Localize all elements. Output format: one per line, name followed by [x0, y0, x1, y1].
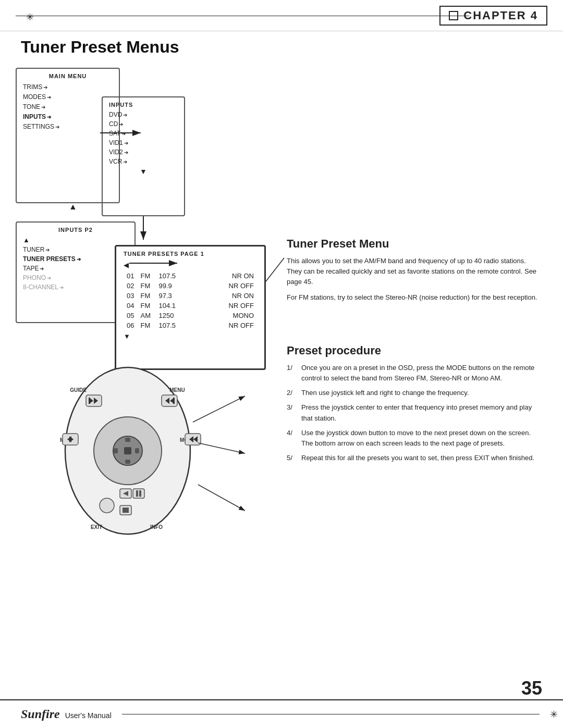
arrow-trims: [43, 84, 47, 90]
page-number: 35: [521, 677, 542, 699]
preset-num: 06: [124, 320, 137, 330]
inputs-item-dvd: DVD: [109, 111, 178, 118]
up-arrow-p2: ▲: [23, 236, 128, 244]
svg-rect-34: [136, 490, 138, 497]
arrow-vid1: [124, 140, 128, 146]
menu-item-tone: TONE: [23, 103, 113, 110]
svg-text:GUIDE: GUIDE: [70, 387, 87, 393]
svg-rect-29: [135, 448, 139, 453]
preset-freq: 97.3: [155, 291, 187, 301]
preset-mode: NR OFF: [187, 301, 257, 311]
inputs-p2-tuner: TUNER: [23, 246, 128, 253]
step-number: 3/: [287, 402, 301, 423]
step-number: 4/: [287, 428, 301, 449]
tuner-presets-box: TUNER PRESETS PAGE 1 ◀ 01 FM 107.5 NR ON…: [115, 245, 266, 370]
menu-item-modes: MODES: [23, 93, 113, 101]
svg-text:MENU: MENU: [169, 387, 185, 393]
preset-row: 01 FM 107.5 NR ON: [124, 271, 257, 281]
preset-mode: NR ON: [187, 291, 257, 301]
preset-band: AM: [137, 311, 155, 320]
preset-step: 1/ Once you are on a preset in the OSD, …: [287, 363, 542, 384]
tuner-preset-menu-section: Tuner Preset Menu This allows you to set…: [287, 237, 542, 309]
svg-line-4: [266, 258, 284, 281]
inputs-menu-box: INPUTS DVD CD SAT VID1 VID2 VCR ▼: [102, 96, 185, 216]
footer-line: [122, 714, 540, 714]
step-number: 1/: [287, 363, 301, 384]
inputs-item-sat: SAT: [109, 130, 178, 137]
arrow-sat: [121, 131, 126, 137]
down-arrow-inputs: ▼: [109, 167, 178, 176]
arrow-phono: [47, 275, 51, 281]
remote-svg: GUIDE MENU MODE MODE: [16, 354, 240, 547]
arrow-tone: [41, 104, 45, 110]
svg-rect-26: [125, 438, 130, 442]
preset-step: 4/ Use the joystick down button to move …: [287, 428, 542, 449]
arrow-inputs: [47, 114, 51, 120]
footer-brand-area: Sunfire User's Manual: [0, 707, 112, 721]
svg-rect-10: [89, 398, 90, 404]
preset-step: 2/ Then use joystick left and right to c…: [287, 388, 542, 398]
step-text: Use the joystick down button to move to …: [301, 428, 542, 449]
step-text: Once you are on a preset in the OSD, pre…: [301, 363, 542, 384]
tuner-preset-menu-text1: This allows you to set the AM/FM band an…: [287, 256, 542, 287]
inputs-p2-8channel: 8-CHANNEL: [23, 283, 128, 291]
preset-freq: 107.5: [155, 271, 187, 281]
step-number: 2/: [287, 388, 301, 398]
preset-row: 06 FM 107.5 NR OFF: [124, 320, 257, 330]
footer-brand: Sunfire: [21, 707, 60, 721]
footer-subtitle: User's Manual: [65, 711, 112, 720]
preset-band: FM: [137, 271, 155, 281]
step-text: Press the joystick center to enter that …: [301, 402, 542, 423]
step-text: Repeat this for all the presets you want…: [301, 453, 542, 463]
menu-item-trims: TRIMS: [23, 83, 113, 91]
step-text: Then use joystick left and right to chan…: [301, 388, 542, 398]
tuner-preset-menu-text2: For FM stations, try to select the Stere…: [287, 292, 542, 303]
arrow-tape: [40, 266, 44, 272]
arrow-settings: [55, 124, 59, 130]
inputs-p2-title: INPUTS P2: [23, 227, 128, 233]
footer-asterisk: ✳: [550, 709, 558, 720]
preset-band: FM: [137, 301, 155, 311]
preset-step: 5/ Repeat this for all the presets you w…: [287, 453, 542, 463]
preset-num: 02: [124, 281, 137, 291]
preset-steps: 1/ Once you are on a preset in the OSD, …: [287, 363, 542, 463]
svg-rect-27: [125, 460, 130, 464]
preset-band: FM: [137, 291, 155, 301]
arrow-vcr: [123, 159, 127, 165]
presets-table: 01 FM 107.5 NR ON 02 FM 99.9 NR OFF 03 F…: [124, 271, 257, 330]
arrow-modes: [47, 94, 51, 100]
menu-item-inputs: INPUTS: [23, 113, 113, 120]
arrow-tuner-presets: [77, 256, 81, 262]
presets-down-arrow: ▼: [124, 332, 257, 340]
tuner-presets-up-arrow: ◀: [124, 261, 257, 269]
svg-rect-30: [124, 447, 131, 454]
svg-rect-37: [123, 508, 129, 513]
arrow-cd: [119, 121, 123, 127]
arrow-8channel: [59, 285, 64, 290]
preset-row: 05 AM 1250 MONO: [124, 311, 257, 320]
preset-mode: NR OFF: [187, 281, 257, 291]
preset-procedure-section: Preset procedure 1/ Once you are on a pr…: [287, 344, 542, 467]
arrow-dvd: [123, 112, 127, 118]
preset-band: FM: [137, 320, 155, 330]
svg-rect-14: [173, 398, 175, 404]
inputs-item-vid2: VID2: [109, 149, 178, 156]
preset-freq: 104.1: [155, 301, 187, 311]
preset-row: 02 FM 99.9 NR OFF: [124, 281, 257, 291]
inputs-item-vid1: VID1: [109, 139, 178, 146]
preset-mode: NR OFF: [187, 320, 257, 330]
preset-row: 03 FM 97.3 NR ON: [124, 291, 257, 301]
svg-text:INFO: INFO: [150, 524, 163, 530]
preset-band: FM: [137, 281, 155, 291]
arrow-vid2: [124, 150, 128, 155]
preset-mode: NR ON: [187, 271, 257, 281]
inputs-p2-tape: TAPE: [23, 265, 128, 272]
header: ✳ CHAPTER 4: [0, 0, 563, 31]
tuner-preset-menu-heading: Tuner Preset Menu: [287, 237, 542, 251]
preset-procedure-heading: Preset procedure: [287, 344, 542, 357]
header-asterisk: ✳: [26, 11, 34, 23]
inputs-menu-title: INPUTS: [109, 102, 178, 108]
page-title: Tuner Preset Menus: [21, 38, 179, 57]
inputs-item-cd: CD: [109, 120, 178, 128]
remote-area: GUIDE MENU MODE MODE: [16, 354, 276, 552]
